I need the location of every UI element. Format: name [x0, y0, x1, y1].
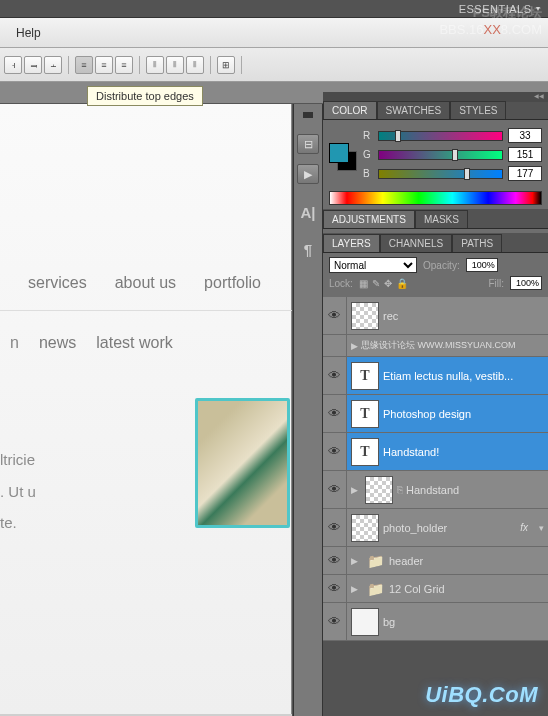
visibility-toggle[interactable]: 👁	[323, 509, 347, 546]
layer-row[interactable]: 👁 ▶ 12 Col Grid	[323, 575, 548, 603]
layer-name[interactable]: Handstand	[406, 484, 459, 496]
text-layer-icon: T	[351, 400, 379, 428]
layer-row[interactable]: 👁 bg	[323, 603, 548, 641]
opacity-input[interactable]	[466, 258, 498, 272]
tab-styles[interactable]: STYLES	[450, 101, 506, 119]
layer-name: 思缘设计论坛 WWW.MISSYUAN.COM	[361, 339, 516, 352]
layer-name[interactable]: photo_holder	[383, 522, 447, 534]
layer-name[interactable]: Photoshop design	[383, 408, 471, 420]
g-input[interactable]	[508, 147, 542, 162]
tab-masks[interactable]: MASKS	[415, 210, 468, 228]
layer-name[interactable]: Etiam lectus nulla, vestib...	[383, 370, 513, 382]
visibility-toggle[interactable]: 👁	[323, 547, 347, 574]
panel-icon-2[interactable]: ▶	[297, 164, 319, 184]
adjustments-panel-tabs: ADJUSTMENTS MASKS	[323, 211, 548, 229]
nav-portfolio: portfolio	[204, 274, 261, 292]
b-label: B	[363, 168, 373, 179]
document-canvas[interactable]: services about us portfolio n news lates…	[0, 104, 292, 714]
visibility-toggle[interactable]: 👁	[323, 297, 347, 334]
layer-row[interactable]: 👁 T Etiam lectus nulla, vestib...	[323, 357, 548, 395]
lock-all-icon[interactable]: 🔒	[396, 278, 408, 289]
expand-icon[interactable]: ▾	[534, 523, 548, 533]
layer-name[interactable]: header	[389, 555, 423, 567]
distribute-right-button[interactable]: ⦀	[186, 56, 204, 74]
expand-icon[interactable]: ▶	[347, 556, 361, 566]
visibility-toggle[interactable]: 👁	[323, 471, 347, 508]
text-layer-icon: T	[351, 438, 379, 466]
layer-row[interactable]: 👁 ▶ ⎘ Handstand	[323, 471, 548, 509]
fill-input[interactable]	[510, 276, 542, 290]
layer-thumbnail[interactable]	[351, 302, 379, 330]
tab-swatches[interactable]: SWATCHES	[377, 101, 451, 119]
adjustments-panel-body	[323, 229, 548, 233]
align-center-h-button[interactable]: ⫬	[24, 56, 42, 74]
visibility-toggle[interactable]	[323, 335, 347, 356]
layer-thumbnail[interactable]	[351, 608, 379, 636]
tab-layers[interactable]: LAYERS	[323, 234, 380, 252]
auto-align-button[interactable]: ⊞	[217, 56, 235, 74]
nav-news: news	[39, 334, 76, 352]
character-panel-icon[interactable]: A|	[300, 204, 315, 221]
lock-transparency-icon[interactable]: ▦	[359, 278, 368, 289]
r-slider[interactable]	[378, 131, 503, 141]
tab-adjustments[interactable]: ADJUSTMENTS	[323, 210, 415, 228]
distribute-vcenter-button[interactable]: ≡	[95, 56, 113, 74]
visibility-toggle[interactable]: 👁	[323, 433, 347, 470]
nav-sub-n: n	[10, 334, 19, 352]
paragraph-panel-icon[interactable]: ¶	[304, 241, 312, 258]
layer-thumbnail[interactable]	[351, 514, 379, 542]
lock-position-icon[interactable]: ✥	[384, 278, 392, 289]
expand-icon[interactable]: ▶	[347, 485, 361, 495]
layer-name[interactable]: Handstand!	[383, 446, 439, 458]
color-spectrum[interactable]	[329, 191, 542, 205]
menu-help[interactable]: Help	[8, 22, 49, 44]
tab-channels[interactable]: CHANNELS	[380, 234, 452, 252]
layer-row[interactable]: 👁 photo_holder fx ▾	[323, 509, 548, 547]
nav-services: services	[28, 274, 87, 292]
layer-thumbnail[interactable]	[365, 476, 393, 504]
visibility-toggle[interactable]: 👁	[323, 603, 347, 640]
r-input[interactable]	[508, 128, 542, 143]
layer-row[interactable]: 👁 ▶ header	[323, 547, 548, 575]
nav-about: about us	[115, 274, 176, 292]
visibility-toggle[interactable]: 👁	[323, 575, 347, 602]
options-bar: ⫞ ⫬ ⫠ ≡ ≡ ≡ ⦀ ⦀ ⦀ ⊞	[0, 48, 548, 82]
distribute-top-button[interactable]: ≡	[75, 56, 93, 74]
layer-row[interactable]: 👁 T Photoshop design	[323, 395, 548, 433]
opacity-label: Opacity:	[423, 260, 460, 271]
r-label: R	[363, 130, 373, 141]
distribute-hcenter-button[interactable]: ⦀	[166, 56, 184, 74]
folder-icon	[365, 580, 385, 598]
expand-dock-button[interactable]	[303, 112, 313, 118]
layer-name[interactable]: bg	[383, 616, 395, 628]
b-input[interactable]	[508, 166, 542, 181]
expand-icon[interactable]: ▶	[347, 341, 361, 351]
align-left-button[interactable]: ⫞	[4, 56, 22, 74]
blend-mode-select[interactable]: Normal	[329, 257, 417, 273]
align-right-button[interactable]: ⫠	[44, 56, 62, 74]
distribute-left-button[interactable]: ⦀	[146, 56, 164, 74]
workspace-switcher[interactable]: ESSENTIALS	[459, 3, 540, 15]
visibility-toggle[interactable]: 👁	[323, 395, 347, 432]
layer-name[interactable]: rec	[383, 310, 398, 322]
hero-image	[195, 398, 290, 528]
g-label: G	[363, 149, 373, 160]
visibility-toggle[interactable]: 👁	[323, 357, 347, 394]
color-swatches[interactable]	[329, 143, 357, 171]
menu-bar: Help	[0, 18, 548, 48]
g-slider[interactable]	[378, 150, 503, 160]
panel-icon-1[interactable]: ⊟	[297, 134, 319, 154]
layer-row[interactable]: 👁 T Handstand!	[323, 433, 548, 471]
expand-icon[interactable]: ▶	[347, 584, 361, 594]
b-slider[interactable]	[378, 169, 503, 179]
text-layer-icon: T	[351, 362, 379, 390]
layer-name[interactable]: 12 Col Grid	[389, 583, 445, 595]
lock-pixels-icon[interactable]: ✎	[372, 278, 380, 289]
tab-paths[interactable]: PATHS	[452, 234, 502, 252]
tab-color[interactable]: COLOR	[323, 101, 377, 119]
foreground-color-swatch[interactable]	[329, 143, 349, 163]
fx-badge[interactable]: fx	[520, 522, 528, 533]
layer-row[interactable]: ▶ 思缘设计论坛 WWW.MISSYUAN.COM	[323, 335, 548, 357]
layer-row[interactable]: 👁 rec	[323, 297, 548, 335]
distribute-bottom-button[interactable]: ≡	[115, 56, 133, 74]
